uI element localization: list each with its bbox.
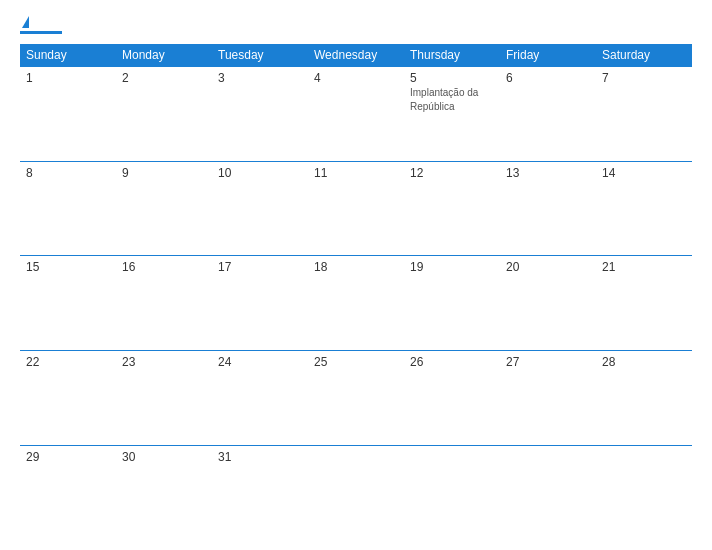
day-number: 9 <box>122 166 206 180</box>
day-number: 25 <box>314 355 398 369</box>
day-number: 5 <box>410 71 494 85</box>
weekday-header-cell: Thursday <box>404 44 500 67</box>
calendar-day-cell: 10 <box>212 161 308 256</box>
calendar-day-cell: 8 <box>20 161 116 256</box>
day-number: 13 <box>506 166 590 180</box>
calendar-day-cell: 25 <box>308 351 404 446</box>
logo-blue-bar <box>20 31 62 34</box>
calendar-day-cell: 6 <box>500 67 596 162</box>
calendar-week-row: 15161718192021 <box>20 256 692 351</box>
day-number: 21 <box>602 260 686 274</box>
calendar-table: SundayMondayTuesdayWednesdayThursdayFrid… <box>20 44 692 540</box>
day-number: 7 <box>602 71 686 85</box>
calendar-body: 12345Implantação da República67891011121… <box>20 67 692 541</box>
day-number: 10 <box>218 166 302 180</box>
calendar-header <box>20 16 692 34</box>
calendar-day-cell: 3 <box>212 67 308 162</box>
day-number: 28 <box>602 355 686 369</box>
calendar-week-row: 891011121314 <box>20 161 692 256</box>
calendar-day-cell: 4 <box>308 67 404 162</box>
calendar-day-cell: 30 <box>116 445 212 540</box>
calendar-week-row: 12345Implantação da República67 <box>20 67 692 162</box>
day-number: 2 <box>122 71 206 85</box>
calendar-day-cell: 7 <box>596 67 692 162</box>
calendar-day-cell: 9 <box>116 161 212 256</box>
weekday-header-cell: Tuesday <box>212 44 308 67</box>
logo-text <box>20 16 29 29</box>
day-number: 15 <box>26 260 110 274</box>
calendar-day-cell: 2 <box>116 67 212 162</box>
calendar-day-cell: 13 <box>500 161 596 256</box>
calendar-day-cell: 16 <box>116 256 212 351</box>
day-number: 19 <box>410 260 494 274</box>
calendar-day-cell: 27 <box>500 351 596 446</box>
calendar-day-cell: 20 <box>500 256 596 351</box>
calendar-day-cell: 28 <box>596 351 692 446</box>
logo-line2 <box>20 29 64 34</box>
calendar-day-cell: 31 <box>212 445 308 540</box>
logo <box>20 16 64 34</box>
weekday-header-cell: Saturday <box>596 44 692 67</box>
weekday-header-cell: Friday <box>500 44 596 67</box>
calendar-day-cell: 15 <box>20 256 116 351</box>
calendar-day-cell <box>500 445 596 540</box>
calendar-day-cell: 14 <box>596 161 692 256</box>
day-number: 16 <box>122 260 206 274</box>
calendar-week-row: 22232425262728 <box>20 351 692 446</box>
day-number: 31 <box>218 450 302 464</box>
weekday-header-row: SundayMondayTuesdayWednesdayThursdayFrid… <box>20 44 692 67</box>
day-number: 30 <box>122 450 206 464</box>
day-number: 23 <box>122 355 206 369</box>
calendar-day-cell: 12 <box>404 161 500 256</box>
calendar-day-cell: 17 <box>212 256 308 351</box>
calendar-day-cell: 23 <box>116 351 212 446</box>
calendar-day-cell: 29 <box>20 445 116 540</box>
calendar-day-cell: 24 <box>212 351 308 446</box>
calendar-day-cell: 22 <box>20 351 116 446</box>
calendar-day-cell <box>404 445 500 540</box>
logo-triangle-icon <box>22 16 29 28</box>
calendar-day-cell: 5Implantação da República <box>404 67 500 162</box>
day-number: 1 <box>26 71 110 85</box>
calendar-day-cell <box>308 445 404 540</box>
weekday-header-cell: Monday <box>116 44 212 67</box>
weekday-header-cell: Sunday <box>20 44 116 67</box>
day-number: 11 <box>314 166 398 180</box>
day-number: 27 <box>506 355 590 369</box>
holiday-label: Implantação da República <box>410 87 478 112</box>
day-number: 3 <box>218 71 302 85</box>
day-number: 20 <box>506 260 590 274</box>
day-number: 12 <box>410 166 494 180</box>
day-number: 8 <box>26 166 110 180</box>
calendar-day-cell: 1 <box>20 67 116 162</box>
calendar-day-cell: 18 <box>308 256 404 351</box>
weekday-header-cell: Wednesday <box>308 44 404 67</box>
day-number: 17 <box>218 260 302 274</box>
day-number: 6 <box>506 71 590 85</box>
calendar-day-cell <box>596 445 692 540</box>
calendar-day-cell: 26 <box>404 351 500 446</box>
calendar-day-cell: 11 <box>308 161 404 256</box>
day-number: 24 <box>218 355 302 369</box>
day-number: 29 <box>26 450 110 464</box>
day-number: 22 <box>26 355 110 369</box>
calendar-page: SundayMondayTuesdayWednesdayThursdayFrid… <box>0 0 712 550</box>
calendar-day-cell: 19 <box>404 256 500 351</box>
calendar-week-row: 293031 <box>20 445 692 540</box>
day-number: 26 <box>410 355 494 369</box>
day-number: 14 <box>602 166 686 180</box>
calendar-header-row: SundayMondayTuesdayWednesdayThursdayFrid… <box>20 44 692 67</box>
calendar-day-cell: 21 <box>596 256 692 351</box>
day-number: 4 <box>314 71 398 85</box>
day-number: 18 <box>314 260 398 274</box>
